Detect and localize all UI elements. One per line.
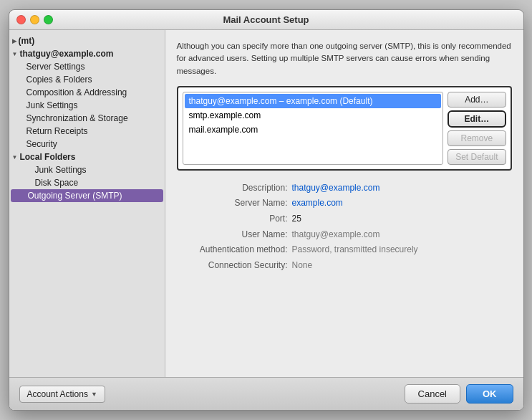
titlebar-buttons (16, 15, 53, 24)
cancel-button[interactable]: Cancel (405, 384, 460, 404)
sidebar-item-server-settings[interactable]: Server Settings (9, 60, 165, 73)
smtp-list-item-0[interactable]: thatguy@example.com – example.com (Defau… (185, 94, 442, 108)
sidebar-item-security[interactable]: Security (9, 138, 165, 151)
smtp-server-list[interactable]: thatguy@example.com – example.com (Defau… (183, 92, 444, 165)
description-value: thatguy@example.com (292, 181, 380, 196)
bottom-bar: Account Actions ▼ Cancel OK (9, 377, 523, 410)
window-title: Mail Account Setup (223, 14, 309, 25)
close-button[interactable] (16, 15, 26, 24)
sidebar-item-disk-space[interactable]: Disk Space (9, 176, 165, 189)
ok-button[interactable]: OK (466, 384, 513, 404)
triangle-icon-3: ▼ (12, 154, 18, 161)
detail-row-server: Server Name: example.com (177, 196, 512, 211)
sidebar-item-copies-folders[interactable]: Copies & Folders (9, 73, 165, 86)
sidebar: ▶ (mt) ▼ thatguy@example.com Server Sett… (9, 30, 165, 377)
set-default-button[interactable]: Set Default (448, 149, 506, 165)
main-window: Mail Account Setup ▶ (mt) ▼ thatguy@exam… (9, 9, 524, 411)
username-value: thatguy@example.com (292, 227, 380, 243)
smtp-list-item-2[interactable]: mail.example.com (185, 123, 442, 137)
port-label: Port: (177, 211, 288, 227)
sidebar-item-composition[interactable]: Composition & Addressing (9, 86, 165, 99)
triangle-icon: ▶ (12, 38, 16, 44)
sidebar-item-local-folders[interactable]: ▼ Local Folders (9, 151, 165, 163)
account-actions-button[interactable]: Account Actions ▼ (19, 386, 105, 403)
titlebar: Mail Account Setup (9, 10, 523, 30)
bottom-right-buttons: Cancel OK (405, 384, 513, 404)
minimize-button[interactable] (30, 15, 39, 24)
auth-label: Authentication method: (177, 242, 288, 258)
port-value: 25 (292, 211, 301, 227)
dropdown-arrow-icon: ▼ (91, 391, 97, 398)
connection-value: None (292, 258, 313, 274)
remove-server-button[interactable]: Remove (448, 130, 506, 146)
sidebar-item-junk-local[interactable]: Junk Settings (9, 163, 165, 176)
sidebar-item-return-receipts[interactable]: Return Receipts (9, 125, 165, 138)
description-text: Although you can specify more than one o… (177, 40, 512, 77)
detail-row-username: User Name: thatguy@example.com (177, 227, 512, 243)
smtp-list-item-1[interactable]: smtp.example.com (185, 108, 442, 123)
maximize-button[interactable] (44, 15, 53, 24)
auth-value: Password, transmitted insecurely (292, 242, 418, 258)
detail-row-connection: Connection Security: None (177, 258, 512, 274)
sidebar-item-outgoing-smtp[interactable]: Outgoing Server (SMTP) (11, 189, 163, 202)
main-panel: Although you can specify more than one o… (165, 30, 523, 377)
detail-row-auth: Authentication method: Password, transmi… (177, 242, 512, 258)
description-label: Description: (177, 181, 288, 196)
detail-row-port: Port: 25 (177, 211, 512, 227)
sidebar-item-thatguy[interactable]: ▼ thatguy@example.com (9, 47, 165, 60)
detail-row-description: Description: thatguy@example.com (177, 181, 512, 196)
smtp-container: thatguy@example.com – example.com (Defau… (177, 86, 512, 171)
edit-server-button[interactable]: Edit… (448, 110, 506, 128)
triangle-icon-2: ▼ (12, 51, 18, 57)
server-name-label: Server Name: (177, 196, 288, 211)
sidebar-item-mt[interactable]: ▶ (mt) (9, 34, 165, 47)
content-area: ▶ (mt) ▼ thatguy@example.com Server Sett… (9, 30, 523, 377)
username-label: User Name: (177, 227, 288, 243)
details-section: Description: thatguy@example.com Server … (177, 181, 512, 274)
server-name-value: example.com (292, 196, 343, 211)
smtp-buttons: Add… Edit… Remove Set Default (448, 92, 506, 165)
connection-label: Connection Security: (177, 258, 288, 274)
add-server-button[interactable]: Add… (448, 92, 506, 108)
sidebar-item-sync-storage[interactable]: Synchronization & Storage (9, 112, 165, 125)
sidebar-item-junk-settings[interactable]: Junk Settings (9, 99, 165, 112)
